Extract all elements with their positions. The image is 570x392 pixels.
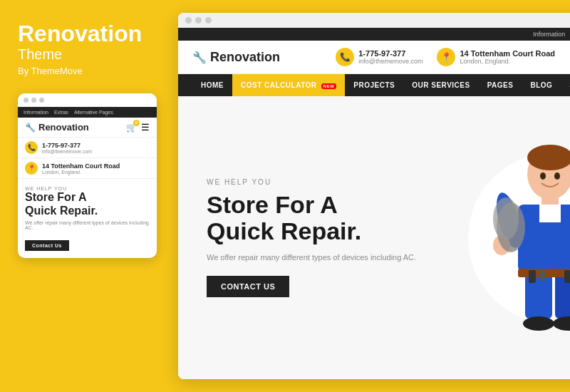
desktop-dot-1 <box>185 17 192 24</box>
mobile-address-text: 14 Tottenham Court Road London, England. <box>42 163 120 175</box>
nav-services[interactable]: OUR SERVICES <box>403 74 478 96</box>
mobile-nav-info[interactable]: Information <box>24 110 48 115</box>
nav-blog[interactable]: BLOG <box>522 74 561 96</box>
desktop-phone-text: 1-775-97-377 info@thememove.com <box>358 49 423 65</box>
desktop-address-line2: London, England. <box>460 58 555 65</box>
nav-pages[interactable]: PAGES <box>479 74 522 96</box>
svg-point-20 <box>540 172 546 180</box>
desktop-dot-3 <box>205 17 212 24</box>
mobile-nav-alt[interactable]: Alternative Pages <box>74 110 113 115</box>
mobile-logo-text: Renovation <box>38 122 89 133</box>
hero-cta-button[interactable]: Contact Us <box>207 276 289 297</box>
nav-home[interactable]: HOME <box>192 74 232 96</box>
svg-point-21 <box>554 172 560 180</box>
desktop-header: 🔧 Renovation 📞 1-775-97-377 info@thememo… <box>178 41 570 74</box>
desktop-topnav: Information Extras Alternative Pages <box>178 28 570 41</box>
mobile-hero-title-l2: Quick Repair. <box>25 205 98 217</box>
left-panel: Renovation Theme By ThemeMove Informatio… <box>0 0 171 392</box>
menu-icon[interactable]: ☰ <box>141 122 150 133</box>
nav-cost-calc-label: COST CALCULATOR <box>241 81 317 89</box>
desktop-logo-text: Renovation <box>210 50 280 65</box>
svg-rect-2 <box>542 193 559 206</box>
location-icon: 📍 <box>28 165 36 172</box>
mobile-mockup: Information Extras Alternative Pages 🔧 R… <box>18 93 157 258</box>
dot-1 <box>24 98 28 103</box>
desktop-logo: 🔧 Renovation <box>192 50 280 65</box>
nav-projects[interactable]: PROJECTS <box>345 74 403 96</box>
mobile-phone-text: 1-775-97-377 info@thememove.com <box>42 142 92 154</box>
mobile-cart[interactable]: 🛒 0 <box>126 123 137 133</box>
svg-rect-4 <box>539 205 561 222</box>
mobile-phone-number: 1-775-97-377 <box>42 142 92 149</box>
brand-title: Renovation <box>18 21 157 46</box>
mobile-dots-bar <box>18 93 157 107</box>
mobile-header-icons: 🛒 0 ☰ <box>126 122 150 133</box>
hero-subtitle: We offer repair many different types of … <box>207 253 420 262</box>
location-icon-circle: 📍 <box>25 162 38 175</box>
desktop-nav-info[interactable]: Information <box>533 31 565 38</box>
mobile-phone-row: 📞 1-775-97-377 info@thememove.com <box>18 138 157 158</box>
svg-rect-19 <box>564 270 570 283</box>
hero-title-l2: Quick Repair. <box>207 217 361 244</box>
dot-3 <box>39 98 44 103</box>
mobile-nav-extras[interactable]: Extras <box>54 110 68 115</box>
mobile-topnav-items: Information Extras Alternative Pages <box>24 110 113 115</box>
nav-badge-new: NEW <box>321 83 337 89</box>
mobile-hero-title-l1: Store For A <box>25 191 87 203</box>
desktop-location-icon: 📍 <box>441 52 452 62</box>
desktop-address-text: 14 Tottenham Court Road London, England. <box>460 49 555 65</box>
phone-icon-circle: 📞 <box>25 141 38 154</box>
mobile-cart-badge: 0 <box>133 120 140 126</box>
mobile-hero: WE HELP YOU Store For A Quick Repair. We… <box>18 179 157 233</box>
mobile-cta-button[interactable]: Contact Us <box>25 240 69 251</box>
mobile-btn-row: Contact Us <box>18 233 157 251</box>
desktop-mockup: Information Extras Alternative Pages 🔧 R… <box>178 13 570 379</box>
mobile-hero-title: Store For A Quick Repair. <box>25 191 150 217</box>
nav-cost-calculator[interactable]: COST CALCULATOR NEW <box>232 74 345 96</box>
mobile-header: 🔧 Renovation 🛒 0 ☰ <box>18 118 157 138</box>
desktop-dot-2 <box>195 17 202 24</box>
worker-illustration <box>457 135 570 341</box>
mobile-email: info@thememove.com <box>42 149 92 154</box>
brand-by: By ThemeMove <box>18 66 157 76</box>
svg-point-22 <box>523 316 554 331</box>
wrench-icon: 🔧 <box>25 123 36 133</box>
mobile-address-line1: 14 Tottenham Court Road <box>42 163 120 170</box>
svg-point-13 <box>493 197 519 240</box>
desktop-navbar: HOME COST CALCULATOR NEW PROJECTS OUR SE… <box>178 74 570 96</box>
dot-2 <box>31 98 36 103</box>
svg-rect-18 <box>539 270 545 281</box>
brand-subtitle: Theme <box>18 46 157 63</box>
mobile-logo: 🔧 Renovation <box>25 122 89 133</box>
mobile-address-row: 📍 14 Tottenham Court Road London, Englan… <box>18 158 157 179</box>
desktop-contact-group: 📞 1-775-97-377 info@thememove.com 📍 14 T… <box>336 48 555 66</box>
mobile-we-help: WE HELP YOU <box>25 186 150 191</box>
mobile-hero-sub: We offer repair many different types of … <box>25 220 150 230</box>
hero-title-l1: Store For A <box>207 191 338 218</box>
desktop-phone-item: 📞 1-775-97-377 info@thememove.com <box>336 48 423 66</box>
desktop-phone-icon: 📞 <box>340 52 351 62</box>
desktop-email: info@thememove.com <box>358 58 423 65</box>
phone-icon: 📞 <box>28 144 36 151</box>
desktop-phone-icon-circle: 📞 <box>336 48 354 66</box>
svg-point-23 <box>553 316 570 331</box>
brand-section: Renovation Theme By ThemeMove <box>18 21 157 76</box>
desktop-phone-number: 1-775-97-377 <box>358 49 423 58</box>
hero-worker-image <box>440 103 570 372</box>
desktop-wrench-icon: 🔧 <box>192 51 207 64</box>
svg-rect-17 <box>529 270 536 283</box>
mobile-topnav: Information Extras Alternative Pages <box>18 107 157 118</box>
desktop-hero: WE HELP YOU Store For A Quick Repair. We… <box>178 96 570 379</box>
desktop-address-item: 📍 14 Tottenham Court Road London, Englan… <box>437 48 555 66</box>
desktop-location-icon-circle: 📍 <box>437 48 455 66</box>
right-panel: Information Extras Alternative Pages 🔧 R… <box>171 0 570 392</box>
nav-shop[interactable]: SHOP <box>561 74 570 96</box>
mobile-address-line2: London, England. <box>42 170 120 175</box>
desktop-address-line1: 14 Tottenham Court Road <box>460 49 555 58</box>
desktop-dots-bar <box>178 13 570 28</box>
